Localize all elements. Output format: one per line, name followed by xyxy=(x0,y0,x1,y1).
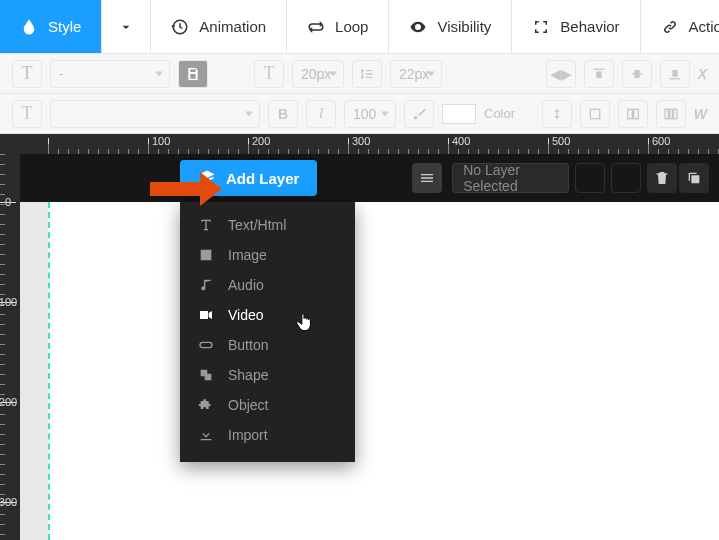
ruler-tick: 400 xyxy=(452,135,470,147)
main-tabbar: Style Animation Loop Visibility Behavior… xyxy=(0,0,719,54)
text-style-icon: T xyxy=(12,100,42,128)
loop-icon xyxy=(307,18,325,36)
layer-action-1[interactable] xyxy=(575,163,605,193)
font-weight-value: 100 xyxy=(353,106,376,122)
tab-style-caret[interactable] xyxy=(102,0,151,53)
ruler-horizontal: 100 200 300 400 500 600 xyxy=(0,134,719,154)
menu-image[interactable]: Image xyxy=(180,240,355,270)
ruler-tick: 200 xyxy=(0,396,18,408)
video-icon xyxy=(198,307,214,323)
chevron-down-icon xyxy=(118,19,134,35)
tab-style[interactable]: Style xyxy=(0,0,102,53)
svg-rect-0 xyxy=(593,68,604,69)
tab-visibility[interactable]: Visibility xyxy=(389,0,512,53)
image-icon xyxy=(198,247,214,263)
music-icon xyxy=(198,277,214,293)
font-family-value: - xyxy=(59,66,64,82)
tab-loop[interactable]: Loop xyxy=(287,0,389,53)
svg-rect-7 xyxy=(627,109,632,118)
duplicate-layer-button[interactable] xyxy=(679,163,709,193)
tab-actions[interactable]: Actions xyxy=(641,0,719,53)
menu-import[interactable]: Import xyxy=(180,420,355,450)
align-v-icon[interactable] xyxy=(542,100,572,128)
menu-shape[interactable]: Shape xyxy=(180,360,355,390)
annotation-arrow xyxy=(150,182,200,196)
tab-label: Visibility xyxy=(437,18,491,35)
ruler-tick: 300 xyxy=(352,135,370,147)
bold-btn[interactable]: B xyxy=(268,100,298,128)
font-family-select[interactable]: - xyxy=(50,60,170,88)
link-icon xyxy=(661,18,679,36)
color-swatch[interactable] xyxy=(442,104,476,124)
menu-text-html[interactable]: Text/Html xyxy=(180,210,355,240)
text-style-select[interactable] xyxy=(50,100,260,128)
text-icon xyxy=(198,217,214,233)
line-height-icon xyxy=(352,60,382,88)
font-size-value: 20px xyxy=(301,66,331,82)
menu-label: Audio xyxy=(228,277,264,293)
selected-layer-text: No Layer Selected xyxy=(463,162,558,194)
col-1-btn[interactable] xyxy=(580,100,610,128)
tab-label: Loop xyxy=(335,18,368,35)
brush-icon xyxy=(404,100,434,128)
width-w-icon[interactable]: W xyxy=(694,106,707,122)
water-drop-icon xyxy=(20,18,38,36)
menu-label: Text/Html xyxy=(228,217,286,233)
layer-menu-button[interactable] xyxy=(412,163,442,193)
color-label: Color xyxy=(484,106,515,121)
tab-label: Actions xyxy=(689,18,719,35)
delete-layer-button[interactable] xyxy=(647,163,677,193)
menu-label: Shape xyxy=(228,367,268,383)
tab-behavior[interactable]: Behavior xyxy=(512,0,640,53)
svg-rect-5 xyxy=(672,70,677,77)
menu-label: Image xyxy=(228,247,267,263)
line-height-select[interactable]: 22px xyxy=(390,60,442,88)
ruler-tick: 100 xyxy=(152,135,170,147)
svg-rect-4 xyxy=(669,78,680,79)
font-weight-select[interactable]: 100 xyxy=(344,100,396,128)
menu-object[interactable]: Object xyxy=(180,390,355,420)
add-layer-label: Add Layer xyxy=(226,170,299,187)
svg-rect-8 xyxy=(633,109,638,118)
svg-rect-11 xyxy=(673,109,676,118)
svg-rect-10 xyxy=(669,109,672,118)
menu-audio[interactable]: Audio xyxy=(180,270,355,300)
expand-icon xyxy=(532,18,550,36)
menu-label: Button xyxy=(228,337,268,353)
font-size-select[interactable]: 20px xyxy=(292,60,344,88)
ruler-tick: 600 xyxy=(652,135,670,147)
import-icon xyxy=(198,427,214,443)
menu-label: Video xyxy=(228,307,264,323)
align-h-icon[interactable]: ◀▶ xyxy=(546,60,576,88)
ruler-tick: 500 xyxy=(552,135,570,147)
clear-x-icon[interactable]: X xyxy=(698,66,707,82)
button-icon xyxy=(198,337,214,353)
ruler-tick: 100 xyxy=(0,296,18,308)
tab-label: Animation xyxy=(199,18,266,35)
col-2-btn[interactable] xyxy=(618,100,648,128)
eye-icon xyxy=(409,18,427,36)
tab-animation[interactable]: Animation xyxy=(151,0,287,53)
puzzle-icon xyxy=(198,397,214,413)
menu-button[interactable]: Button xyxy=(180,330,355,360)
align-bottom-btn[interactable] xyxy=(660,60,690,88)
svg-rect-9 xyxy=(665,109,668,118)
layer-action-2[interactable] xyxy=(611,163,641,193)
save-chip[interactable] xyxy=(178,60,208,88)
italic-btn[interactable]: I xyxy=(306,100,336,128)
add-layer-dropdown: Text/Html Image Audio Video Button Shape… xyxy=(180,202,355,462)
slide-canvas[interactable] xyxy=(48,202,719,540)
text-options-row-1: T - T 20px 22px ◀▶ X xyxy=(0,54,719,94)
align-top-btn[interactable] xyxy=(584,60,614,88)
col-3-btn[interactable] xyxy=(656,100,686,128)
align-middle-btn[interactable] xyxy=(622,60,652,88)
menu-video[interactable]: Video xyxy=(180,300,355,330)
tab-label: Behavior xyxy=(560,18,619,35)
svg-rect-3 xyxy=(634,70,639,78)
ruler-tick: 200 xyxy=(252,135,270,147)
selected-layer-field[interactable]: No Layer Selected xyxy=(452,163,569,193)
menu-label: Object xyxy=(228,397,268,413)
slide-header: Add Layer No Layer Selected xyxy=(20,154,719,202)
line-height-value: 22px xyxy=(399,66,429,82)
editor-area: 100 200 300 400 500 600 0 100 200 300 Ad… xyxy=(0,134,719,540)
